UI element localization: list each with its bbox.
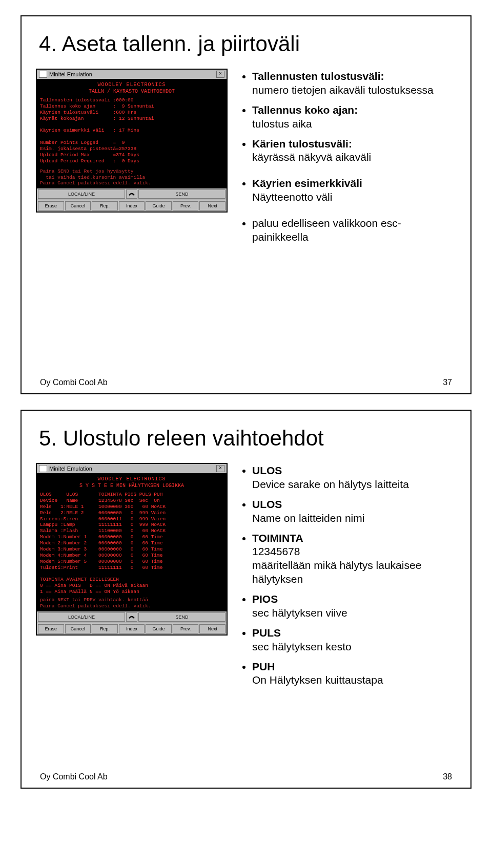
slide-number: 37 [443,378,452,387]
bullet-item: PULSsec hälytyksen kesto [252,626,456,654]
app-icon [39,71,47,78]
close-icon[interactable]: × [216,465,224,472]
app-icon [39,465,47,472]
phone-icon[interactable] [126,612,137,622]
bullet-item: PUHOn Hälytyksen kuittaustapa [252,660,456,688]
cancel-button[interactable]: Cancel [65,201,91,210]
bullet-item: paluu edelliseen valikkoon esc-painikkee… [252,217,456,244]
window-title: Minitel Emulation [49,71,92,77]
screen-brand: WOODLEY ELECTRONICS [40,82,223,88]
footer-company: Oy Combi Cool Ab [40,772,108,781]
screen-table-head: ULOS ULOS TOIMINTA PIOS PULS PUH Device … [40,492,223,504]
slide-38: 5. Ulostulo releen vaihtoehdot Minitel E… [20,410,471,789]
terminal-screenshot: Minitel Emulation × WOODLEY ELECTRONICS … [36,69,228,375]
bullet-item: ULOSName on laitteiden nimi [252,498,456,525]
window-titlebar: Minitel Emulation × [37,70,227,79]
screen-message: paina NEXT tai PREV vaihtaak. kenttää Pa… [40,597,223,609]
next-button[interactable]: Next [199,624,225,633]
terminal-screenshot: Minitel Emulation × WOODLEY ELECTRONICS … [36,463,228,769]
footer-company: Oy Combi Cool Ab [40,378,108,387]
button-bar-bottom: Erase Cancel Rep. Index Guide Prev. Next [37,200,227,211]
prev-button[interactable]: Prev. [173,201,199,210]
cancel-button[interactable]: Cancel [65,624,91,633]
close-icon[interactable]: × [216,71,224,78]
bullet-list: ULOSDevice sarake on hälytys laitteita U… [241,463,456,769]
slide-content-row: Minitel Emulation × WOODLEY ELECTRONICS … [36,69,456,375]
bullet-item: Käyrien esimerkkiväliNäytteenotto väli [252,177,456,204]
slide-37: 4. Aseta tallenn. ja piirtoväli Minitel … [20,15,471,394]
guide-button[interactable]: Guide [146,624,172,633]
terminal-screen: WOODLEY ELECTRONICS S Y S T E E MIN HÄLY… [37,473,227,611]
screen-message: Paina SEND tai Ret jos hyväsytty tai vai… [40,168,223,187]
screen-title: S Y S T E E MIN HÄLYTYKSEN LOGIKKA [40,483,223,489]
button-bar-bottom: Erase Cancel Rep. Index Guide Prev. Next [37,623,227,634]
slide-footer: Oy Combi Cool Ab 37 [36,375,456,387]
screen-title: TALLN / KAYRASTO VAIHTOEHDOT [40,89,223,94]
bullet-item: TOIMINTA12345678 määritellään mikä hälyt… [252,532,456,587]
slide-content-row: Minitel Emulation × WOODLEY ELECTRONICS … [36,463,456,769]
guide-button[interactable]: Guide [146,201,172,210]
button-bar-top: LOCAL/LINE SEND [37,611,227,623]
window-titlebar: Minitel Emulation × [37,464,227,473]
bullet-item: PIOSsec hälytyksen viive [252,592,456,620]
screen-body: Rele 1:RELE 1 10000000 300 60 NoACK Rele… [40,504,223,595]
phone-icon[interactable] [126,189,137,199]
prev-button[interactable]: Prev. [173,624,199,633]
terminal-window: Minitel Emulation × WOODLEY ELECTRONICS … [36,463,228,636]
index-button[interactable]: Index [119,624,145,633]
screen-brand: WOODLEY ELECTRONICS [40,476,223,482]
local-line-button[interactable]: LOCAL/LINE [38,189,125,199]
bullet-item: ULOSDevice sarake on hälytys laitteita [252,464,456,492]
button-bar-top: LOCAL/LINE SEND [37,188,227,200]
bullet-item: Kärien tulostusväli:käyrässä näkyvä aika… [252,137,456,165]
slide-title: 4. Aseta tallenn. ja piirtoväli [39,32,456,56]
send-button[interactable]: SEND [138,189,225,199]
window-title: Minitel Emulation [49,465,92,472]
rep-button[interactable]: Rep. [92,624,118,633]
bullet-item: Tallennusten tulostusväli:numero tietoje… [252,70,456,97]
local-line-button[interactable]: LOCAL/LINE [38,612,125,622]
terminal-window: Minitel Emulation × WOODLEY ELECTRONICS … [36,69,228,213]
erase-button[interactable]: Erase [38,624,64,633]
rep-button[interactable]: Rep. [92,201,118,210]
slide-title: 5. Ulostulo releen vaihtoehdot [39,426,456,451]
screen-body: Tallnnusten tulostusväli :000:00 Tallenn… [40,97,223,164]
erase-button[interactable]: Erase [38,201,64,210]
bullet-item: Tallennus koko ajan:tulostus aika [252,103,456,131]
send-button[interactable]: SEND [138,612,225,622]
slide-footer: Oy Combi Cool Ab 38 [36,769,456,781]
index-button[interactable]: Index [119,201,145,210]
bullet-list: Tallennusten tulostusväli:numero tietoje… [241,69,456,375]
slide-number: 38 [443,772,452,781]
next-button[interactable]: Next [199,201,225,210]
terminal-screen: WOODLEY ELECTRONICS TALLN / KAYRASTO VAI… [37,79,227,188]
